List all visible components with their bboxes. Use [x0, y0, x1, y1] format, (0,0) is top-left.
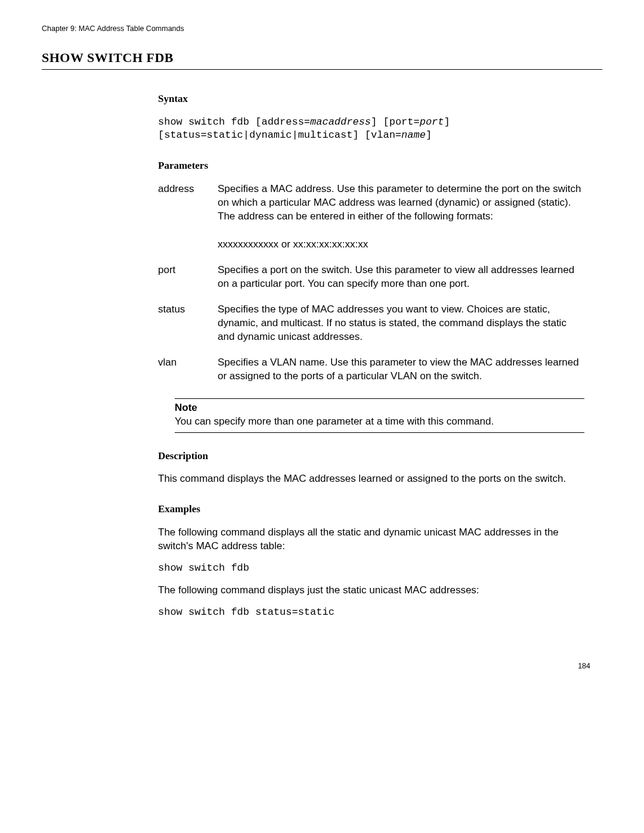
param-name: vlan: [158, 356, 218, 395]
syntax-param: macaddress: [310, 116, 371, 128]
page-number: 184: [42, 661, 590, 671]
param-desc: Specifies a port on the switch. Use this…: [218, 264, 584, 303]
param-name: address: [158, 182, 218, 264]
param-row-vlan: vlan Specifies a VLAN name. Use this par…: [158, 356, 584, 395]
param-desc: Specifies a VLAN name. Use this paramete…: [218, 356, 584, 395]
example-intro: The following command displays all the s…: [158, 526, 584, 553]
syntax-block: show switch fdb [address=macaddress] [po…: [158, 116, 584, 143]
param-format: xxxxxxxxxxxx or xx:xx:xx:xx:xx:xx: [218, 236, 584, 252]
param-row-port: port Specifies a port on the switch. Use…: [158, 264, 584, 303]
example-code: show switch fdb: [158, 562, 584, 575]
chapter-header: Chapter 9: MAC Address Table Commands: [42, 24, 602, 34]
example-intro: The following command displays just the …: [158, 584, 584, 597]
param-row-address: address Specifies a MAC address. Use thi…: [158, 182, 584, 264]
param-name: status: [158, 303, 218, 356]
description-heading: Description: [158, 450, 584, 463]
parameters-table: address Specifies a MAC address. Use thi…: [158, 182, 584, 395]
syntax-text: ]: [426, 129, 432, 141]
param-name: port: [158, 264, 218, 303]
syntax-param: name: [401, 129, 426, 141]
description-text: This command displays the MAC addresses …: [158, 472, 584, 486]
note-box: Note You can specify more than one param…: [175, 398, 584, 433]
param-row-status: status Specifies the type of MAC address…: [158, 303, 584, 356]
command-title: SHOW SWITCH FDB: [42, 49, 602, 70]
examples-heading: Examples: [158, 503, 584, 516]
note-label: Note: [175, 402, 197, 413]
syntax-text: ] [port=: [371, 116, 420, 128]
syntax-text: [status=static|dynamic|multicast] [vlan=: [158, 129, 401, 141]
param-desc: Specifies the type of MAC addresses you …: [218, 303, 584, 356]
syntax-param: port: [420, 116, 444, 128]
parameters-heading: Parameters: [158, 159, 584, 173]
syntax-heading: Syntax: [158, 92, 584, 106]
syntax-text: ]: [444, 116, 450, 128]
syntax-text: show switch fdb [address=: [158, 116, 310, 128]
example-code: show switch fdb status=static: [158, 606, 584, 620]
param-desc: Specifies a MAC address. Use this parame…: [218, 182, 584, 264]
note-text: You can specify more than one parameter …: [175, 416, 494, 427]
param-desc-text: Specifies a MAC address. Use this parame…: [218, 183, 581, 222]
